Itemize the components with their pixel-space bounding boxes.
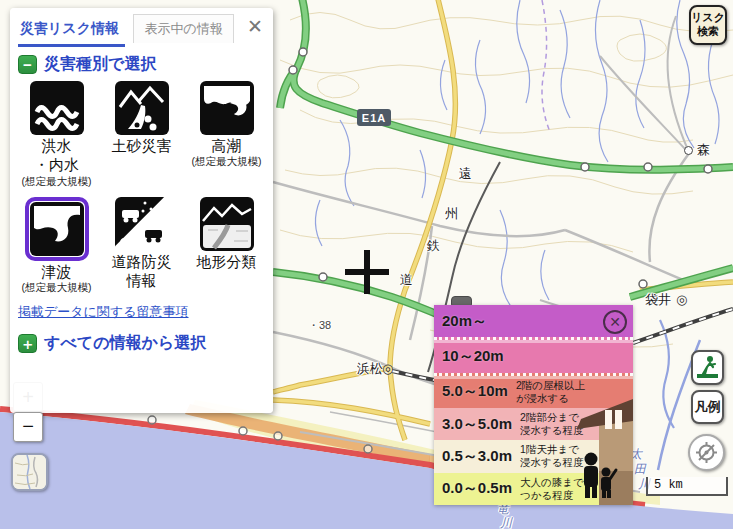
- section-title-by-type: 災害種別で選択: [44, 54, 156, 75]
- legend-row: 0.0～0.5m 大人の膝までつかる程度: [434, 473, 633, 505]
- collapse-minus-icon[interactable]: −: [18, 55, 37, 74]
- tab-disaster-risk-info[interactable]: 災害リスク情報: [18, 16, 125, 47]
- place-label-fukuroi: 袋井: [645, 291, 671, 309]
- town-marker-mori: [684, 146, 693, 155]
- hazard-item-landform[interactable]: 地形分類: [184, 197, 269, 295]
- close-icon[interactable]: ✕: [247, 17, 263, 36]
- hazard-item-road[interactable]: 道路防災 情報: [99, 197, 184, 295]
- hazard-item-storm-surge[interactable]: 高潮 (想定最大規模): [184, 81, 269, 189]
- hazard-label: 津波: [42, 263, 72, 280]
- hazard-label: 洪水: [42, 137, 72, 154]
- legend-row: 20m～ ✕: [434, 305, 633, 337]
- legend-button-label: 凡例: [695, 398, 721, 416]
- minimap-toggle-button[interactable]: [11, 453, 48, 491]
- hazard-item-landslide[interactable]: 土砂災害: [99, 81, 184, 189]
- hazard-label: 土砂災害: [112, 137, 172, 154]
- hazard-label: 道路防災: [112, 253, 172, 270]
- hazard-label-2: 情報: [127, 272, 157, 289]
- place-label-hamamatsu: 浜松: [357, 360, 383, 378]
- hazard-label: 地形分類: [197, 253, 257, 270]
- hazard-type-grid: 洪水 ・内水 (想定最大規模) 土砂災害: [10, 79, 273, 295]
- tsunami-icon: [30, 202, 84, 256]
- risk-search-label-2: 検索: [697, 25, 719, 39]
- legend-desc: 1階天井まで浸水する程度: [520, 443, 584, 469]
- river-label-tenryu-2: 川: [500, 515, 512, 529]
- legend-desc: 2階部分まで浸水する程度: [520, 411, 584, 437]
- hazard-map-app: E1A 森 袋井 ◎ 浜松 ◎ ・38 遠 州 鉄 道 竜 川 太 田 川 災害…: [0, 0, 733, 529]
- legend-range: 20m～: [442, 312, 487, 331]
- legend-button[interactable]: 凡例: [691, 390, 724, 424]
- legend-row: 3.0～5.0m 2階部分まで浸水する程度: [434, 408, 633, 440]
- legend-range: 0.5～3.0m: [442, 447, 512, 466]
- railway-name-char-4: 道: [400, 271, 413, 289]
- scale-bar: 5 km: [646, 477, 728, 496]
- compass-disabled-icon: [695, 441, 718, 464]
- legend-range: 10～20m: [442, 347, 504, 366]
- legend-range: 5.0～10m: [442, 382, 508, 401]
- hazard-label: 高潮: [212, 137, 242, 154]
- route-shield-e1a: E1A: [357, 109, 391, 126]
- section-header-by-type: − 災害種別で選択: [10, 44, 273, 79]
- legend-row: 10～20m: [434, 337, 633, 372]
- place-label-mori: 森: [697, 141, 710, 159]
- panel-tab-bar: 災害リスク情報 表示中の情報 ✕: [10, 8, 273, 44]
- railway-name-char-2: 州: [445, 205, 458, 223]
- legend-close-icon[interactable]: ✕: [603, 310, 627, 334]
- evacuation-button[interactable]: [691, 350, 724, 385]
- legend-desc: 大人の膝までつかる程度: [520, 476, 584, 502]
- hazard-note: (想定最大規模): [22, 281, 92, 295]
- spot-elevation-label: ・38: [308, 318, 331, 333]
- flood-icon: [30, 81, 84, 135]
- disaster-risk-panel: 災害リスク情報 表示中の情報 ✕ − 災害種別で選択 洪水 ・内水 (想定最大規…: [10, 8, 273, 413]
- road-hazard-icon: [115, 197, 169, 251]
- town-marker-fukuroi: ◎: [676, 292, 687, 307]
- railway-name-char-1: 遠: [459, 165, 472, 183]
- expand-plus-icon[interactable]: ＋: [18, 334, 37, 353]
- data-notes-link[interactable]: 掲載データに関する留意事項: [18, 303, 189, 321]
- legend-row: 5.0～10m 2階の屋根以上が浸水する: [434, 373, 633, 408]
- minimap-thumbnail: [13, 455, 46, 489]
- legend-desc: 2階の屋根以上が浸水する: [516, 379, 585, 405]
- hazard-label-2: ・内水: [34, 156, 79, 173]
- legend-row: 0.5～3.0m 1階天井まで浸水する程度: [434, 440, 633, 472]
- running-person-icon: [695, 355, 720, 380]
- hazard-note: (想定最大規模): [192, 155, 262, 169]
- landslide-icon: [115, 81, 169, 135]
- selected-hazard-border: [25, 197, 89, 261]
- hazard-item-tsunami[interactable]: 津波 (想定最大規模): [14, 197, 99, 295]
- gps-locate-button[interactable]: [688, 434, 725, 471]
- risk-search-button[interactable]: リスク 検索: [689, 5, 727, 45]
- storm-surge-icon: [200, 81, 254, 135]
- railway-name-char-3: 鉄: [427, 237, 440, 255]
- scale-label: 5 km: [654, 478, 683, 492]
- town-marker-hamamatsu: ◎: [382, 361, 393, 376]
- tsunami-depth-legend: 20m～ ✕ 10～20m 5.0～10m 2階の屋根以上が浸水する 3.0～5…: [434, 305, 633, 505]
- landform-icon: [200, 197, 254, 251]
- hazard-note: (想定最大規模): [22, 175, 92, 189]
- risk-search-label-1: リスク: [691, 11, 725, 25]
- map-center-crosshair: [364, 250, 370, 294]
- zoom-out-button[interactable]: −: [13, 412, 43, 442]
- hazard-item-flood[interactable]: 洪水 ・内水 (想定最大規模): [14, 81, 99, 189]
- legend-range: 0.0～0.5m: [442, 479, 512, 498]
- section-header-all-info: ＋ すべての情報から選択: [10, 323, 273, 358]
- section-title-all-info: すべての情報から選択: [44, 333, 206, 354]
- legend-range: 3.0～5.0m: [442, 415, 512, 434]
- tab-displayed-info[interactable]: 表示中の情報: [133, 14, 233, 43]
